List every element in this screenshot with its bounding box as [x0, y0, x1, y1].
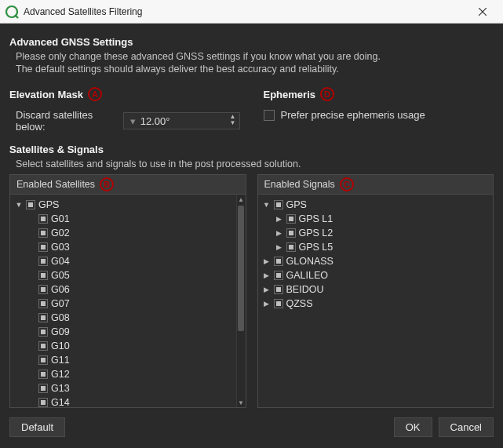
elevation-value: 12.00° — [140, 115, 230, 127]
tree-checkbox[interactable] — [38, 398, 48, 407]
satellites-scrollbar[interactable]: ▲ ▼ — [236, 195, 246, 407]
tree-checkbox[interactable] — [38, 285, 48, 294]
tree-row-gps[interactable]: ▼GPS — [10, 198, 238, 212]
twisty-icon: ▶ — [263, 300, 271, 308]
ok-button[interactable]: OK — [394, 417, 432, 437]
tree-checkbox[interactable] — [38, 327, 48, 337]
tree-checkbox[interactable] — [38, 257, 48, 266]
tree-row-g08[interactable]: G08 — [10, 311, 238, 325]
tree-row-g05[interactable]: G05 — [10, 268, 238, 282]
tree-row-g01[interactable]: G01 — [10, 212, 238, 226]
tree-row-g09[interactable]: G09 — [10, 325, 238, 339]
tree-checkbox[interactable] — [274, 285, 283, 294]
tree-checkbox[interactable] — [38, 341, 48, 351]
enabled-satellites-tree[interactable]: ▼GPSG01G02G03G04G05G06G07G08G09G10G11G12… — [10, 195, 238, 407]
badge-d: D — [320, 87, 334, 101]
tree-label: G01 — [51, 213, 70, 224]
tree-checkbox[interactable] — [26, 200, 35, 209]
tree-row-g12[interactable]: G12 — [10, 367, 238, 381]
tree-checkbox[interactable] — [38, 384, 48, 393]
ephemeris-title-text: Ephemeris — [264, 89, 315, 100]
tree-label: G13 — [51, 383, 70, 394]
tree-row-gps-l5[interactable]: ▶GPS L5 — [258, 240, 494, 254]
titlebar: Advanced Satellites Filtering — [0, 0, 503, 24]
tree-label: GPS L2 — [299, 228, 334, 239]
tree-label: BEIDOU — [286, 284, 324, 295]
twisty-icon: ▼ — [263, 201, 271, 209]
tree-checkbox[interactable] — [38, 228, 48, 238]
tree-label: GPS — [38, 199, 59, 210]
discard-label: Discard satellites below: — [16, 109, 117, 133]
spinbox-prefix: ▾ — [130, 115, 136, 127]
enabled-signals-tree[interactable]: ▼GPS▶GPS L1▶GPS L2▶GPS L5▶GLONASS▶GALILE… — [258, 195, 494, 407]
tree-row-glonass[interactable]: ▶GLONASS — [258, 254, 494, 268]
tree-checkbox[interactable] — [286, 228, 296, 238]
twisty-icon: ▶ — [275, 243, 283, 251]
enabled-signals-header: Enabled Signals C — [258, 175, 494, 195]
tree-label: G06 — [51, 284, 70, 295]
app-icon — [5, 5, 19, 19]
tree-checkbox[interactable] — [286, 214, 296, 224]
ephemeris-checkbox[interactable] — [264, 110, 275, 121]
scroll-down-icon[interactable]: ▼ — [237, 398, 246, 407]
tree-label: G08 — [51, 312, 70, 323]
tree-row-g13[interactable]: G13 — [10, 381, 238, 395]
close-button[interactable] — [467, 0, 498, 24]
window-title: Advanced Satellites Filtering — [24, 6, 467, 17]
tree-checkbox[interactable] — [274, 299, 283, 308]
tree-checkbox[interactable] — [286, 242, 296, 252]
scrollbar-thumb[interactable] — [238, 206, 244, 331]
tree-checkbox[interactable] — [274, 257, 283, 266]
elevation-title-text: Elevation Mask — [9, 89, 83, 100]
twisty-icon: ▼ — [15, 201, 23, 209]
default-button[interactable]: Default — [9, 417, 65, 437]
satsig-desc: Select satellites and signals to use in … — [16, 158, 494, 169]
tree-row-g14[interactable]: G14 — [10, 395, 238, 407]
close-icon — [479, 8, 487, 16]
cancel-button[interactable]: Cancel — [439, 417, 494, 437]
badge-b: B — [100, 177, 114, 191]
tree-row-qzss[interactable]: ▶QZSS — [258, 297, 494, 311]
tree-label: G02 — [51, 228, 70, 239]
tree-label: G14 — [51, 397, 70, 407]
spinbox-down-icon[interactable]: ▼ — [230, 121, 236, 127]
spinbox-arrows[interactable]: ▲ ▼ — [230, 115, 236, 127]
badge-a: A — [88, 87, 102, 101]
tree-checkbox[interactable] — [38, 299, 48, 308]
enabled-signals-header-text: Enabled Signals — [264, 179, 335, 190]
elevation-spinbox[interactable]: ▾ 12.00° ▲ ▼ — [123, 112, 240, 129]
tree-checkbox[interactable] — [38, 271, 48, 280]
tree-checkbox[interactable] — [38, 370, 48, 379]
tree-row-g11[interactable]: G11 — [10, 353, 238, 367]
scroll-up-icon[interactable]: ▲ — [237, 195, 246, 204]
tree-label: GALILEO — [286, 270, 329, 281]
tree-checkbox[interactable] — [274, 200, 283, 209]
gnss-section-title: Advanced GNSS Settings — [9, 36, 494, 48]
tree-row-g10[interactable]: G10 — [10, 339, 238, 353]
gnss-desc-1: Please only change these advanced GNSS s… — [16, 51, 494, 62]
tree-checkbox[interactable] — [38, 355, 48, 365]
tree-checkbox[interactable] — [38, 313, 48, 322]
tree-row-g06[interactable]: G06 — [10, 282, 238, 297]
tree-checkbox[interactable] — [38, 214, 48, 224]
tree-row-g07[interactable]: G07 — [10, 297, 238, 311]
tree-row-gps-l1[interactable]: ▶GPS L1 — [258, 212, 494, 226]
tree-checkbox[interactable] — [274, 271, 283, 280]
elevation-title: Elevation Mask A — [9, 87, 240, 101]
tree-row-gps-l2[interactable]: ▶GPS L2 — [258, 226, 494, 240]
gnss-desc-2: The default settings should always deliv… — [16, 64, 494, 75]
tree-label: GPS L5 — [299, 242, 334, 253]
tree-checkbox[interactable] — [38, 242, 48, 252]
tree-row-beidou[interactable]: ▶BEIDOU — [258, 282, 494, 297]
tree-row-galileo[interactable]: ▶GALILEO — [258, 268, 494, 282]
tree-row-gps[interactable]: ▼GPS — [258, 198, 494, 212]
tree-row-g02[interactable]: G02 — [10, 226, 238, 240]
tree-row-g03[interactable]: G03 — [10, 240, 238, 254]
tree-label: G11 — [51, 355, 70, 366]
tree-label: GPS L1 — [299, 213, 334, 224]
enabled-satellites-panel: Enabled Satellites B ▼GPSG01G02G03G04G05… — [9, 174, 246, 408]
tree-row-g04[interactable]: G04 — [10, 254, 238, 268]
badge-c: C — [340, 177, 354, 191]
tree-label: G09 — [51, 326, 70, 337]
ephemeris-checkbox-label: Prefer precise ephemeris usage — [281, 109, 425, 121]
